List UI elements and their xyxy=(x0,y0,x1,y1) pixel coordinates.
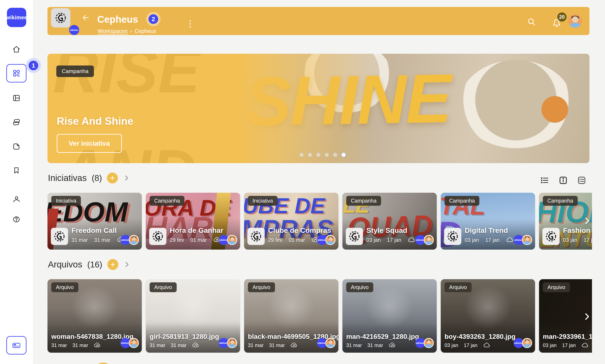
workspace-badge-label: wikimee xyxy=(70,29,78,31)
arquivos-card-row: Arquivo woman-5467838_1280.jpg 31 mar 31… xyxy=(47,279,592,353)
chain-emblem-icon xyxy=(151,230,164,243)
arquivo-card-boy[interactable]: Arquivo boy-4393263_1280.jpg 03 jan 17 j… xyxy=(441,279,535,353)
avatar-shirt xyxy=(131,344,137,348)
initiative-card-digital-trend[interactable]: TAL D Campanha Digital Trend 03 jan 17 j… xyxy=(441,193,535,250)
card-members: wikimee xyxy=(120,235,139,245)
initiative-card-style-squad[interactable]: LE QUAD Campanha Style Squad 03 jan 17 j… xyxy=(342,193,437,250)
hero-view-initiative-button[interactable]: Ver iniciativa xyxy=(57,134,122,153)
sidebar-item-workspaces-active[interactable] xyxy=(6,64,27,82)
sidebar-item-boards[interactable] xyxy=(12,93,21,103)
annotation-badge-2-label: 2 xyxy=(152,16,155,23)
carousel-dot[interactable] xyxy=(324,152,329,157)
arquivo-card-man-hoodie[interactable]: Arquivo man-4216529_1280.jpg 31 mar 31 m… xyxy=(342,279,437,353)
card-date-start: 31 mar xyxy=(71,237,88,243)
workspace-emblem xyxy=(149,228,166,245)
breadcrumb-workspaces-link[interactable]: Workspaces xyxy=(98,28,128,34)
add-arquivo-button[interactable] xyxy=(107,259,118,270)
carousel-dot-active[interactable] xyxy=(341,152,346,157)
carousel-dot[interactable] xyxy=(316,152,321,157)
card-dates: 03 jan 17 jan xyxy=(543,341,589,349)
arquivos-count: (16) xyxy=(87,260,102,269)
card-date-start: 29 fev xyxy=(268,237,282,243)
file-name: girl-2581913_1280.jpg xyxy=(149,333,219,340)
initiatives-next-arrow-icon[interactable] xyxy=(582,216,592,225)
info-view-icon[interactable] xyxy=(558,175,568,185)
thumbnail-highlight xyxy=(169,285,216,329)
avatar-shirt xyxy=(229,241,235,245)
avatar-head xyxy=(329,237,333,241)
workspace-logo[interactable] xyxy=(51,8,70,27)
card-dates: 31 mar 31 mar xyxy=(346,341,396,349)
avatar-head xyxy=(329,340,333,344)
card-dates: 29 fev 01 mar xyxy=(268,236,320,244)
page-title: Cepheus xyxy=(97,14,138,25)
app-logo[interactable]: wikimee xyxy=(7,8,26,27)
workspace-emblem xyxy=(51,228,68,245)
member-avatar xyxy=(325,235,336,245)
sidebar-item-documents[interactable] xyxy=(12,142,21,151)
workspace-avatar-label: wikimee xyxy=(318,239,327,241)
initiative-card-freedom-call[interactable]: EDOM Iniciativa Freedom Call 31 mar 31 m… xyxy=(47,193,142,250)
card-date-start: 29 fev xyxy=(170,237,184,243)
detail-view-icon[interactable] xyxy=(577,175,587,185)
arquivo-card-black-man[interactable]: Arquivo black-man-4699505_1280.jpg 31 ma… xyxy=(244,279,338,353)
avatar-shirt xyxy=(570,23,580,28)
carousel-dot[interactable] xyxy=(308,152,312,157)
chain-emblem-icon xyxy=(250,230,263,243)
avatar-shirt xyxy=(425,241,432,245)
carousel-dot[interactable] xyxy=(299,152,304,157)
chain-emblem-icon xyxy=(53,230,66,243)
card-date-end: 31 mar xyxy=(72,342,88,348)
back-button[interactable] xyxy=(81,13,90,22)
arquivo-card-girl[interactable]: Arquivo girl-2581913_1280.jpg 31 mar 31 … xyxy=(146,279,240,353)
layout-icon xyxy=(12,93,21,103)
arquivos-expand-chevron-icon[interactable] xyxy=(123,261,131,268)
user-avatar[interactable] xyxy=(568,14,582,28)
help-icon xyxy=(12,215,21,224)
initiatives-expand-chevron-icon[interactable] xyxy=(123,174,130,182)
avatar-head xyxy=(132,237,136,241)
avatar-shirt xyxy=(131,241,137,245)
sidebar-item-home[interactable] xyxy=(12,45,21,54)
workspace-avatar-label: wikimee xyxy=(416,342,425,344)
bookmark-icon xyxy=(12,166,21,175)
plus-icon xyxy=(109,175,116,181)
avatar-shirt xyxy=(524,241,530,245)
arquivo-card-woman[interactable]: Arquivo woman-5467838_1280.jpg 31 mar 31… xyxy=(47,279,142,353)
member-avatar xyxy=(129,235,139,245)
avatar-shirt xyxy=(327,241,334,245)
card-members: wikimee xyxy=(317,235,336,245)
card-date-end: 17 jan xyxy=(387,237,401,243)
card-members: wikimee xyxy=(514,338,532,348)
initiative-card-clube-de-compras[interactable]: UBE DE MPRAS Iniciativa Clube de Compras… xyxy=(244,193,338,250)
workspace-avatar-label: wikimee xyxy=(318,342,327,344)
search-button[interactable] xyxy=(527,17,536,27)
card-date-start: 03 jan xyxy=(444,342,458,348)
annotation-badge-1: 1 xyxy=(28,61,38,70)
card-date-start: 31 mar xyxy=(51,342,67,348)
sidebar-item-bookmarks[interactable] xyxy=(12,166,21,175)
carousel-dot[interactable] xyxy=(333,152,337,157)
list-view-icon[interactable] xyxy=(540,175,550,185)
workspace-avatar-label: wikimee xyxy=(219,239,228,241)
avatar-head xyxy=(427,237,431,241)
avatar-head xyxy=(132,340,136,344)
sidebar-shortcuts-button[interactable] xyxy=(6,336,27,354)
workspace-menu-button[interactable] xyxy=(189,19,192,29)
add-item-button-partial[interactable] xyxy=(94,363,112,364)
thumbnail-highlight xyxy=(268,285,315,329)
sidebar-item-cards[interactable] xyxy=(12,117,21,127)
annotation-badge-1-label: 1 xyxy=(32,62,35,69)
cloud-icon xyxy=(407,236,416,244)
hero-carousel[interactable]: SHINE RISE AND Campanha Rise And Shine V… xyxy=(47,54,590,163)
member-avatar xyxy=(227,235,237,245)
sidebar-item-people[interactable] xyxy=(12,195,21,204)
card-date-end: 17 jan xyxy=(584,237,592,243)
arquivos-next-arrow-icon[interactable] xyxy=(582,312,592,321)
card-title: Freedom Call xyxy=(71,226,117,234)
add-initiative-button[interactable] xyxy=(107,172,118,183)
notification-count: 20 xyxy=(559,14,565,20)
initiative-card-hora-de-ganhar[interactable]: HAR ORA DE Campanha Hora de Ganhar 29 fe… xyxy=(146,193,240,250)
cloud-icon xyxy=(506,236,514,244)
sidebar-item-help[interactable] xyxy=(12,215,21,224)
